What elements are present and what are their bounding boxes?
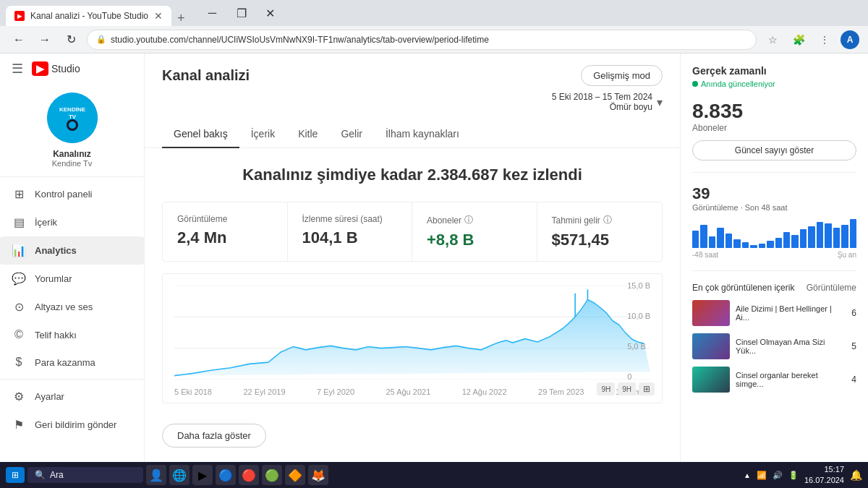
sidebar-label-monetize: Para kazanma xyxy=(35,357,95,368)
content-item-3[interactable]: Cinsel organlar bereket simge... 4 xyxy=(692,367,856,393)
sidebar-item-copyright[interactable]: © Telif hakkı xyxy=(0,321,144,348)
mini-bar xyxy=(833,228,840,248)
subscribers-number: 8.835 xyxy=(692,100,856,123)
tabs-bar: Genel bakış İçerik Kitle Gelir İlham kay… xyxy=(145,121,680,148)
system-icons: ▲ 📶 🔊 🔋 xyxy=(744,471,799,480)
comments-icon: 💬 xyxy=(12,272,26,286)
taskbar-icon-edge[interactable]: 🌐 xyxy=(169,465,190,485)
sidebar-item-feedback[interactable]: ⚑ Geri bildirim gönder xyxy=(0,411,144,439)
taskbar-icon-youtube[interactable]: ▶ xyxy=(192,465,213,485)
analytics-icon: 📊 xyxy=(12,244,26,257)
mini-bar xyxy=(841,225,848,248)
stat-card-views: Görüntüleme 2,4 Mn xyxy=(163,202,288,261)
chart-ctrl-expand[interactable]: ⊞ xyxy=(639,382,655,395)
chart-ctrl-9h-1[interactable]: 9H xyxy=(597,382,615,395)
taskbar-icon-5[interactable]: 🔶 xyxy=(285,465,305,485)
browser-chrome: ▶ Kanal analizi - YouTube Studio ✕ + ─ ❐… xyxy=(0,0,868,26)
sidebar-item-comments[interactable]: 💬 Yorumlar xyxy=(0,265,144,293)
forward-button[interactable]: → xyxy=(35,30,55,50)
mini-chart: -48 saat Şu an xyxy=(692,219,856,259)
svg-text:TV: TV xyxy=(68,114,76,120)
monetize-icon: $ xyxy=(12,356,26,369)
taskbar-right: ▲ 📶 🔊 🔋 15:17 16.07.2024 🔔 xyxy=(744,464,862,487)
stat-label-revenue: Tahmini gelir ⓘ xyxy=(552,214,648,226)
avatar-image: KENDİNE TV xyxy=(47,93,98,143)
mini-bar xyxy=(750,245,757,248)
taskbar-icon-6[interactable]: 🦊 xyxy=(308,465,328,485)
show-current-count-button[interactable]: Güncel sayıyı göster xyxy=(692,140,856,160)
sidebar-item-subtitles[interactable]: ⊙ Altyazı ve ses xyxy=(0,293,144,321)
new-tab-button[interactable]: + xyxy=(171,11,191,26)
address-bar[interactable]: 🔒 studio.youtube.com/channel/UCIiWSIoUsV… xyxy=(87,30,757,50)
start-button[interactable]: ⊞ xyxy=(6,467,25,483)
tab-content[interactable]: İçerik xyxy=(239,121,286,148)
volume-icon[interactable]: 🔊 xyxy=(773,471,783,480)
mini-bar xyxy=(767,241,773,248)
browser-toolbar: ← → ↻ 🔒 studio.youtube.com/channel/UCIiW… xyxy=(0,26,868,53)
x-label-3: 7 Eyl 2020 xyxy=(317,388,354,396)
views-stat: 39 Görüntüleme · Son 48 saat xyxy=(692,184,856,212)
date-range-display: 5 Eki 2018 – 15 Tem 2024 Ömür boyu xyxy=(552,92,652,112)
advanced-mode-button[interactable]: Gelişmiş mod xyxy=(581,65,663,86)
tab-revenue[interactable]: Gelir xyxy=(329,121,374,148)
wifi-icon[interactable]: 📶 xyxy=(757,471,767,480)
taskbar-icon-chrome[interactable]: 🔵 xyxy=(216,465,236,485)
stat-label-watchtime: İzlenme süresi (saat) xyxy=(302,214,398,224)
chart-ctrl-9h-2[interactable]: 9H xyxy=(618,382,636,395)
youtube-icon: ▶ xyxy=(32,61,48,76)
minimize-button[interactable]: ─ xyxy=(203,3,223,23)
content-item-1[interactable]: Aile Dizimi | Bert Hellinger | Ai... 6 xyxy=(692,300,856,326)
mini-bar xyxy=(742,242,749,248)
tab-close-button[interactable]: ✕ xyxy=(154,10,163,22)
bookmark-icon[interactable]: ☆ xyxy=(762,30,783,50)
sidebar-item-settings[interactable]: ⚙ Ayarlar xyxy=(0,382,144,411)
close-window-button[interactable]: ✕ xyxy=(260,3,281,23)
toolbar-actions: ☆ 🧩 ⋮ A xyxy=(762,30,859,50)
taskbar: ⊞ 🔍 Ara 👤 🌐 ▶ 🔵 🔴 🟢 🔶 🦊 ▲ 📶 🔊 🔋 15:17 16… xyxy=(0,462,868,488)
lock-icon: 🔒 xyxy=(96,35,106,44)
notification-icon[interactable]: 🔔 xyxy=(850,469,862,481)
back-button[interactable]: ← xyxy=(9,30,29,50)
tab-overview[interactable]: Genel bakış xyxy=(162,121,239,148)
mini-bar xyxy=(692,231,699,248)
tab-title: Kanal analizi - YouTube Studio xyxy=(30,11,148,21)
hamburger-menu[interactable]: ☰ xyxy=(12,61,23,77)
taskbar-icon-4[interactable]: 🟢 xyxy=(262,465,282,485)
studio-label: Studio xyxy=(51,63,80,74)
up-arrow-icon[interactable]: ▲ xyxy=(744,471,751,479)
stats-banner: Kanalınız şimdiye kadar 2.384.687 kez iz… xyxy=(145,148,680,202)
date-expand-icon[interactable]: ▾ xyxy=(657,95,663,109)
browser-profile[interactable]: A xyxy=(841,30,859,49)
realtime-sub-text: Anında güncelleniyor xyxy=(701,80,775,88)
url-text: studio.youtube.com/channel/UCIiWSIoUsVmN… xyxy=(111,35,489,45)
chart-area: 15,0 B 10,0 B 5,0 B 0 5 Eki 2018 22 Eyl … xyxy=(162,273,663,403)
banner-text: Kanalınız şimdiye kadar 2.384.687 kez iz… xyxy=(162,166,663,184)
sidebar-item-content[interactable]: ▤ İçerik xyxy=(0,208,144,236)
info-icon-revenue[interactable]: ⓘ xyxy=(603,214,612,226)
taskbar-icon-1[interactable]: 👤 xyxy=(146,465,166,485)
extensions-icon[interactable]: 🧩 xyxy=(788,30,809,50)
page-title: Kanal analizi xyxy=(162,67,250,84)
content-views-3: 4 xyxy=(851,374,856,385)
sidebar-item-analytics[interactable]: 📊 Analytics xyxy=(0,236,144,265)
channel-avatar[interactable]: KENDİNE TV xyxy=(47,93,98,143)
maximize-button[interactable]: ❐ xyxy=(231,3,252,23)
show-more-button[interactable]: Daha fazla göster xyxy=(162,424,266,448)
feedback-icon: ⚑ xyxy=(12,418,26,432)
sidebar-label-copyright: Telif hakkı xyxy=(35,330,77,341)
info-icon-subscribers[interactable]: ⓘ xyxy=(464,214,473,226)
active-tab[interactable]: ▶ Kanal analizi - YouTube Studio ✕ xyxy=(6,6,171,26)
content-views-1: 6 xyxy=(851,308,856,318)
taskbar-search[interactable]: 🔍 Ara xyxy=(27,467,143,483)
sidebar-item-monetize[interactable]: $ Para kazanma xyxy=(0,348,144,376)
time-display[interactable]: 15:17 16.07.2024 xyxy=(804,464,844,487)
chart-label-left: -48 saat xyxy=(692,251,718,259)
taskbar-icon-3[interactable]: 🔴 xyxy=(239,465,259,485)
youtube-studio-logo[interactable]: ▶ Studio xyxy=(32,61,80,76)
reload-button[interactable]: ↻ xyxy=(61,30,81,50)
tab-inspiration[interactable]: İlham kaynakları xyxy=(374,121,471,148)
more-icon[interactable]: ⋮ xyxy=(814,30,835,50)
sidebar-item-dashboard[interactable]: ⊞ Kontrol paneli xyxy=(0,180,144,208)
tab-audience[interactable]: Kitle xyxy=(286,121,329,148)
content-item-2[interactable]: Cinsel Olmayan Ama Sizi Yük... 5 xyxy=(692,333,856,359)
